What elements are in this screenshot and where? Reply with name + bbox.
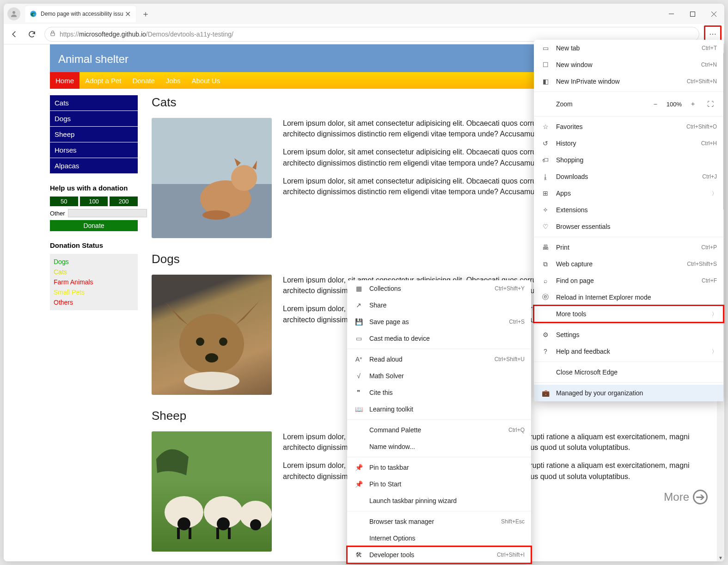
sub-learning[interactable]: 📖Learning toolkit (347, 401, 531, 418)
sub-pin-start[interactable]: 📌Pin to Start (347, 476, 531, 492)
menu-new-tab[interactable]: ▭New tabCtrl+T (534, 40, 723, 56)
nav-home[interactable]: Home (50, 72, 80, 89)
sidebar-dogs[interactable]: Dogs (50, 111, 138, 127)
sub-internet-options[interactable]: Internet Options (347, 530, 531, 547)
svg-rect-14 (177, 528, 180, 539)
menu-new-inprivate[interactable]: ◧New InPrivate windowCtrl+Shift+N (534, 73, 723, 90)
history-icon: ↺ (540, 140, 551, 147)
svg-rect-19 (228, 528, 231, 539)
browser-menu: ▭New tabCtrl+T ☐New windowCtrl+N ◧New In… (534, 40, 723, 401)
new-tab-button[interactable]: ＋ (139, 7, 153, 21)
menu-reload-ie[interactable]: ⓔReload in Internet Explorer mode (534, 289, 723, 306)
status-cats[interactable]: Cats (54, 267, 134, 277)
tab-title: Demo page with accessibility issu (41, 11, 124, 17)
status-block: Donation Status Dogs Cats Farm Animals S… (50, 241, 138, 310)
zoom-in-button[interactable]: ＋ (686, 98, 699, 111)
menu-new-window[interactable]: ☐New windowCtrl+N (534, 56, 723, 73)
status-small-pets[interactable]: Small Pets (54, 287, 134, 297)
nav-donate[interactable]: Donate (127, 72, 160, 89)
zoom-out-button[interactable]: − (649, 98, 662, 111)
svg-point-8 (196, 338, 204, 346)
address-bar[interactable]: https://microsoftedge.github.io/Demos/de… (44, 27, 699, 42)
minimize-button[interactable] (661, 6, 682, 22)
close-window-button[interactable] (703, 6, 724, 22)
sidebar-sheep[interactable]: Sheep (50, 127, 138, 142)
svg-point-9 (219, 338, 227, 346)
svg-rect-2 (690, 12, 695, 16)
fullscreen-button[interactable]: ⛶ (704, 98, 717, 111)
sub-cmd-palette[interactable]: Command PaletteCtrl+Q (347, 422, 531, 438)
menu-extensions[interactable]: ✧Extensions (534, 202, 723, 218)
back-button[interactable] (6, 26, 22, 42)
donation-heading: Help us with a donation (50, 184, 138, 192)
sidebar-cats[interactable]: Cats (50, 95, 138, 111)
sub-name-window[interactable]: Name window... (347, 438, 531, 455)
menu-apps[interactable]: ⊞Apps〉 (534, 185, 723, 202)
pin-icon: 📌 (354, 464, 364, 471)
sub-task-manager[interactable]: Browser task managerShift+Esc (347, 513, 531, 530)
profile-button[interactable] (7, 7, 20, 20)
category-nav: Cats Dogs Sheep Horses Alpacas (50, 95, 138, 174)
menu-settings[interactable]: ⚙Settings (534, 326, 723, 343)
status-others[interactable]: Others (54, 297, 134, 307)
sub-cast[interactable]: ▭Cast media to device (347, 330, 531, 347)
sub-save-as[interactable]: 💾Save page asCtrl+S (347, 313, 531, 330)
menu-zoom: Zoom − 100% ＋ ⛶ (534, 94, 723, 114)
sub-pin-taskbar[interactable]: 📌Pin to taskbar (347, 459, 531, 476)
sub-developer-tools[interactable]: 🛠Developer toolsCtrl+Shift+I (347, 547, 531, 563)
downloads-icon: ⭳ (540, 173, 551, 180)
sidebar: Cats Dogs Sheep Horses Alpacas Help us w… (50, 95, 138, 561)
menu-favorites[interactable]: ☆FavoritesCtrl+Shift+O (534, 118, 723, 135)
menu-find[interactable]: ⌕Find on pageCtrl+F (534, 272, 723, 289)
lock-icon (49, 30, 56, 38)
svg-rect-15 (189, 528, 191, 539)
pin-icon: 📌 (354, 480, 364, 488)
donate-other-label: Other (50, 210, 65, 217)
menu-managed[interactable]: 💼Managed by your organization (534, 385, 723, 401)
scroll-down-icon[interactable]: ▼ (717, 554, 724, 561)
nav-about[interactable]: About Us (186, 72, 226, 89)
sub-read-aloud[interactable]: AᐤRead aloudCtrl+Shift+U (347, 351, 531, 368)
menu-history[interactable]: ↺HistoryCtrl+H (534, 135, 723, 152)
save-icon: 💾 (354, 318, 364, 325)
donate-50[interactable]: 50 (50, 197, 78, 206)
menu-print[interactable]: 🖶PrintCtrl+P (534, 239, 723, 256)
donate-100[interactable]: 100 (80, 197, 108, 206)
math-icon: √ (354, 372, 364, 380)
tab-close-button[interactable]: ✕ (124, 10, 131, 18)
nav-jobs[interactable]: Jobs (160, 72, 186, 89)
sub-collections[interactable]: ▦CollectionsCtrl+Shift+Y (347, 280, 531, 297)
inprivate-icon: ◧ (540, 78, 551, 85)
read-aloud-icon: Aᐤ (354, 356, 364, 363)
menu-more-tools[interactable]: More tools〉 (534, 306, 723, 322)
sidebar-horses[interactable]: Horses (50, 142, 138, 158)
collections-icon: ▦ (354, 285, 364, 292)
sub-share[interactable]: ↗Share (347, 297, 531, 313)
sidebar-alpacas[interactable]: Alpacas (50, 158, 138, 174)
search-icon: ⌕ (540, 277, 551, 284)
maximize-button[interactable] (682, 6, 703, 22)
sub-pin-wizard[interactable]: Launch taskbar pinning wizard (347, 492, 531, 509)
menu-close-edge[interactable]: Close Microsoft Edge (534, 364, 723, 381)
cast-icon: ▭ (354, 335, 364, 342)
nav-adopt[interactable]: Adopt a Pet (80, 72, 127, 89)
menu-help[interactable]: ?Help and feedback〉 (534, 343, 723, 360)
browser-tab[interactable]: Demo page with accessibility issu ✕ (25, 6, 136, 22)
svg-point-21 (250, 519, 261, 530)
svg-point-0 (12, 11, 15, 14)
donate-200[interactable]: 200 (110, 197, 138, 206)
url-text: https://microsoftedge.github.io/Demos/de… (60, 31, 233, 38)
refresh-button[interactable] (24, 26, 40, 42)
sub-math[interactable]: √Math Solver (347, 368, 531, 384)
status-farm[interactable]: Farm Animals (54, 277, 134, 287)
donate-button[interactable]: Donate (50, 220, 138, 231)
titlebar: Demo page with accessibility issu ✕ ＋ (4, 4, 724, 24)
menu-downloads[interactable]: ⭳DownloadsCtrl+J (534, 168, 723, 185)
sub-cite[interactable]: ❞Cite this (347, 384, 531, 401)
menu-webcapture[interactable]: ⧉Web captureCtrl+Shift+S (534, 256, 723, 272)
settings-menu-button[interactable]: ⋯ (706, 27, 720, 41)
status-dogs[interactable]: Dogs (54, 257, 134, 267)
menu-essentials[interactable]: ♡Browser essentials (534, 218, 723, 235)
menu-shopping[interactable]: 🏷Shopping (534, 152, 723, 168)
donate-other-input[interactable] (68, 209, 147, 217)
